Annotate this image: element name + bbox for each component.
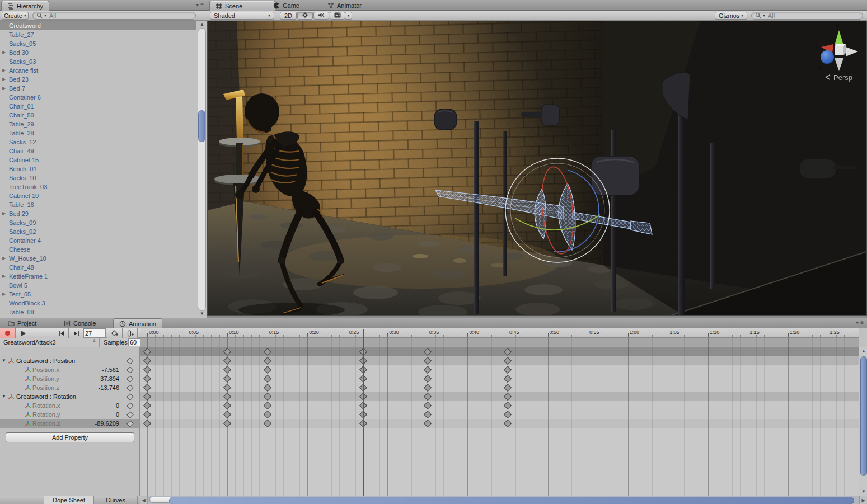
prev-key-button[interactable] [54,328,69,338]
anim-property-row[interactable]: ▼Greatsword : Position [0,356,139,365]
record-button[interactable] [0,328,16,338]
hierarchy-item[interactable]: Chair_01 [0,102,196,111]
keyframe-indicator-icon[interactable] [126,357,134,365]
play-button[interactable] [16,328,31,338]
anim-property-row[interactable]: Position.y37.894 [0,374,139,383]
hierarchy-item[interactable]: ▶KettleFrame 1 [0,272,196,281]
keyframe-diamond[interactable] [264,366,271,374]
keyframe-diamond[interactable] [264,375,271,383]
anim-property-row[interactable]: Rotation.z-89.6209 [0,419,139,428]
keyframe-diamond[interactable] [424,357,432,365]
hscroll-thumb[interactable] [169,497,854,504]
tab-scene[interactable]: Scene [209,1,275,11]
expand-arrow-icon[interactable]: ▶ [2,84,6,93]
dope-vscroll-thumb[interactable] [860,356,867,476]
curves-button[interactable]: Curves [94,496,138,504]
hierarchy-item[interactable]: Chair_48 [0,263,196,272]
keyframe-indicator-icon[interactable] [126,366,134,374]
keyframe-diamond[interactable] [223,393,231,401]
hscroll-left-button[interactable]: ◀ [140,496,148,504]
hierarchy-item[interactable]: Chair_50 [0,111,196,120]
scroll-down-icon[interactable]: ▼ [200,312,204,316]
anim-property-row[interactable]: Position.z-13.746 [0,383,139,392]
dope-vscrollbar[interactable]: ▲ ▼ [859,347,867,496]
scene-lighting-button[interactable] [297,12,313,20]
hierarchy-item[interactable]: TreeTrunk_03 [0,182,196,191]
hierarchy-item[interactable]: ▶Arcane fist [0,66,196,75]
tab-project[interactable]: Project [2,318,42,328]
hierarchy-item[interactable]: Table_16 [0,200,196,209]
keyframe-diamond[interactable] [143,420,151,427]
keyframe-diamond[interactable] [143,375,151,383]
add-keyframe-button[interactable] [107,328,123,338]
keyframe-diamond[interactable] [223,420,231,427]
hierarchy-item[interactable]: Container 4 [0,236,196,245]
hierarchy-search-input[interactable] [48,12,192,20]
keyframe-diamond[interactable] [143,402,151,409]
hierarchy-scrollbar[interactable]: ▲ ▼ [196,21,207,318]
axis-center-cube[interactable] [835,46,843,55]
keyframe-diamond[interactable] [223,384,231,392]
keyframe-indicator-icon[interactable] [126,384,134,392]
hierarchy-item[interactable]: ▶W_House_10 [0,254,196,263]
foldout-icon[interactable]: ▼ [2,356,6,365]
keyframe-diamond[interactable] [223,411,231,418]
keyframe-diamond[interactable] [504,375,512,383]
keyframe-diamond[interactable] [223,402,231,409]
gizmos-dropdown[interactable]: Gizmos ▾ [715,12,747,20]
keyframe-diamond[interactable] [223,375,231,383]
keyframe-diamond[interactable] [143,411,151,418]
add-property-button[interactable]: Add Property [6,432,134,442]
expand-arrow-icon[interactable]: ▶ [2,290,6,299]
hierarchy-item[interactable]: ▶Tent_05 [0,290,196,299]
keyframe-diamond[interactable] [223,348,231,356]
keyframe-diamond[interactable] [504,402,512,409]
hierarchy-item[interactable]: Cabinet 10 [0,191,196,200]
anim-property-row[interactable]: Position.x-7.561 [0,365,139,374]
tab-animator[interactable]: Animator [322,1,367,11]
property-value[interactable]: -13.746 [99,383,119,392]
keyframe-diamond[interactable] [143,393,151,401]
create-button[interactable]: Create ▾ [2,12,29,20]
property-value[interactable]: 0 [116,410,119,419]
keyframe-diamond[interactable] [223,357,231,365]
property-value[interactable]: -7.561 [102,365,119,374]
tab-animation[interactable]: Animation [113,318,162,329]
hscroll-right-button[interactable]: ▶ [859,496,867,504]
keyframe-diamond[interactable] [264,348,271,356]
keyframe-diamond[interactable] [264,357,271,365]
hierarchy-item[interactable]: Sacks_09 [0,218,196,227]
property-value[interactable]: 37.894 [100,374,119,383]
scene-search[interactable]: ▾ [751,12,863,20]
hierarchy-item[interactable]: Bench_01 [0,164,196,173]
hierarchy-item[interactable]: Sacks_12 [0,138,196,147]
hierarchy-item[interactable]: Greatsword [0,21,196,30]
current-frame-input[interactable] [84,330,105,337]
scene-effects-caret-button[interactable]: ▾ [345,12,352,20]
anim-property-row[interactable]: Rotation.y0 [0,410,139,419]
tab-hierarchy[interactable]: Hierarchy [1,1,49,11]
hierarchy-item[interactable]: Sacks_02 [0,227,196,236]
keyframe-diamond[interactable] [424,366,432,374]
keyframe-diamond[interactable] [504,357,512,365]
hierarchy-item[interactable]: WoodBlock 3 [0,299,196,308]
toggle-2d-button[interactable]: 2D [280,12,297,20]
hierarchy-item[interactable]: Chair_49 [0,147,196,156]
scene-search-input[interactable] [767,12,859,20]
keyframe-diamond[interactable] [264,411,271,418]
keyframe-diamond[interactable] [504,384,512,392]
hierarchy-item[interactable]: Sacks_10 [0,173,196,182]
keyframe-indicator-icon[interactable] [126,402,134,409]
hierarchy-item[interactable]: Cabinet 15 [0,156,196,164]
keyframe-diamond[interactable] [424,402,432,409]
hierarchy-item[interactable]: ▶Bed 30 [0,48,196,57]
dope-sheet-button[interactable]: Dope Sheet [44,496,94,504]
keyframe-diamond[interactable] [264,384,271,392]
foldout-icon[interactable]: ▼ [2,392,6,401]
axis-z-ball[interactable] [821,50,834,64]
hierarchy-panel-menu[interactable]: ▾ ≡ [196,2,204,8]
hierarchy-item[interactable]: Sacks_05 [0,39,196,48]
property-value[interactable]: 0 [116,401,119,410]
keyframe-indicator-icon[interactable] [126,411,134,418]
anim-property-row[interactable]: Rotation.x0 [0,401,139,410]
